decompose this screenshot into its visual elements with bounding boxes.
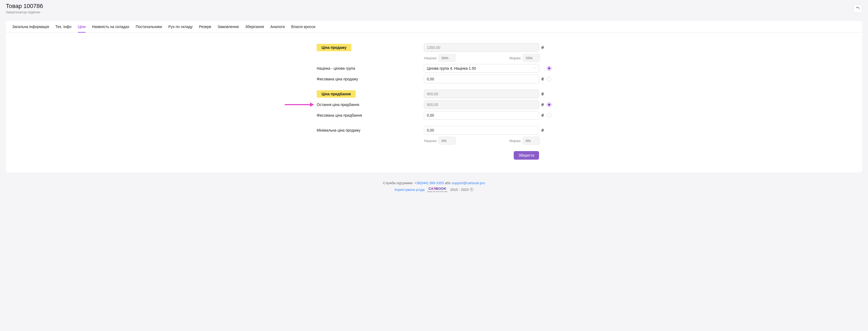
label-fixed-sale: Фіксована ціна продажу	[317, 77, 421, 81]
sale-price-input[interactable]	[424, 43, 539, 52]
tab-own-cross[interactable]: Власні кросси	[291, 21, 315, 33]
field-fixed-purchase: ₴	[424, 111, 551, 119]
markup-group-select[interactable]: Цінова група 4, Націнка 1.50	[424, 64, 539, 73]
tab-reserve[interactable]: Резерв	[199, 21, 211, 33]
markup-label: Націнка	[424, 56, 436, 60]
footer-phone-link[interactable]: +38(044) 389-3355	[414, 181, 444, 185]
row-min-markup-margin: Націнка Маржа	[317, 137, 551, 145]
currency-symbol: ₴	[541, 45, 545, 50]
highlight-purchase-price: Ціна придбання	[317, 90, 355, 98]
row-fixed-sale: Фіксована ціна продажу ₴	[317, 75, 551, 83]
min-margin-input[interactable]	[523, 137, 540, 145]
main-card: Загальна інформація Тех. інфо Ціни Наявн…	[6, 21, 862, 172]
markup-group-value: Цінова група 4, Націнка 1.50	[427, 66, 476, 71]
currency-symbol: ₴	[541, 103, 545, 107]
footer-email-link[interactable]: support@carbook.pro	[452, 181, 485, 185]
form-area: Ціна продажу ₴ Націнка Маржа	[6, 33, 862, 172]
currency-symbol: ₴	[541, 113, 545, 117]
header-left: Товар 100786 Амортизатор підвіски	[6, 3, 43, 14]
field-min-sale: ₴	[424, 126, 551, 135]
tab-analogs[interactable]: Аналоги	[270, 21, 285, 33]
label-sale-price: Ціна продажу	[317, 44, 421, 51]
label-fixed-purchase: Фіксована ціна придбання	[317, 113, 421, 117]
fixed-purchase-radio[interactable]	[547, 113, 551, 117]
footer-agreement-link[interactable]: Користувача угода	[395, 188, 425, 192]
margin-label: Маржа	[509, 56, 520, 60]
margin-input[interactable]	[523, 54, 540, 62]
label-markup-group: Націнка - цінова група	[317, 66, 421, 71]
footer-logo: CARBOOK cause we love the cars	[427, 187, 447, 192]
label-last-purchase: Остання ціна придбання	[317, 103, 421, 107]
min-margin-label: Маржа	[509, 139, 520, 143]
min-sale-input[interactable]	[424, 126, 539, 135]
field-fixed-sale: ₴	[424, 75, 551, 83]
row-markup-group: Націнка - цінова група Цінова група 4, Н…	[317, 64, 551, 73]
row-save: Зберегти	[317, 147, 551, 160]
label-min-sale: Мінімальна ціна продажу	[317, 128, 421, 132]
footer: Служба підтримки: +38(044) 389-3355 або …	[0, 178, 868, 198]
tab-orders[interactable]: Замовлення	[218, 21, 239, 33]
page-header: Товар 100786 Амортизатор підвіски	[0, 0, 868, 17]
field-last-purchase: ₴	[424, 100, 551, 109]
tab-suppliers[interactable]: Постачальники	[136, 21, 162, 33]
currency-symbol: ₴	[541, 77, 545, 81]
field-markup-margin: Націнка Маржа	[424, 54, 551, 62]
fixed-sale-input[interactable]	[424, 75, 539, 83]
registered-icon: ®	[470, 188, 473, 191]
field-sale-price: ₴	[424, 43, 551, 52]
row-purchase-price: Ціна придбання ₴	[317, 90, 551, 98]
tab-tech-info[interactable]: Тех. інфо	[56, 21, 71, 33]
footer-years: 2015 - 2023	[450, 188, 468, 192]
highlight-sale-price: Ціна продажу	[317, 44, 351, 51]
back-button[interactable]	[854, 4, 862, 13]
tab-stock[interactable]: Наявність на складах	[92, 21, 129, 33]
svg-marker-1	[310, 103, 314, 107]
currency-symbol: ₴	[541, 128, 545, 132]
fixed-purchase-input[interactable]	[424, 111, 539, 119]
currency-symbol: ₴	[541, 92, 545, 96]
row-sale-price: Ціна продажу ₴	[317, 43, 551, 52]
save-button[interactable]: Зберегти	[514, 151, 539, 160]
footer-support: Служба підтримки: +38(044) 389-3355 або …	[0, 181, 868, 185]
field-min-markup-margin: Націнка Маржа	[424, 137, 551, 145]
last-purchase-radio[interactable]	[547, 103, 551, 107]
page-subtitle: Амортизатор підвіски	[6, 10, 43, 14]
markup-input[interactable]	[438, 54, 456, 62]
label-purchase-price: Ціна придбання	[317, 90, 421, 98]
min-markup-label: Націнка	[424, 139, 436, 143]
sub-row-markup: Націнка Маржа	[424, 54, 540, 62]
row-min-sale: Мінімальна ціна продажу ₴	[317, 126, 551, 135]
tab-movement[interactable]: Рух по складу	[168, 21, 193, 33]
form-inner: Ціна продажу ₴ Націнка Маржа	[317, 43, 551, 162]
markup-group-radio[interactable]	[547, 66, 551, 71]
row-fixed-purchase: Фіксована ціна придбання ₴	[317, 111, 551, 119]
field-markup-group: Цінова група 4, Націнка 1.50	[424, 64, 551, 73]
chevron-down-icon	[533, 66, 536, 71]
field-save: Зберегти	[424, 151, 551, 160]
sub-row-min-markup: Націнка Маржа	[424, 137, 540, 145]
page-title: Товар 100786	[6, 3, 43, 9]
fixed-sale-radio[interactable]	[547, 77, 551, 81]
tab-general-info[interactable]: Загальна інформація	[12, 21, 49, 33]
tab-storage[interactable]: Зберігання	[245, 21, 264, 33]
footer-bottom: Користувача угода CARBOOK cause we love …	[0, 187, 868, 192]
annotation-arrow-icon	[285, 102, 314, 107]
purchase-price-input[interactable]	[424, 90, 539, 98]
field-purchase-price: ₴	[424, 90, 551, 98]
row-last-purchase: Остання ціна придбання ₴	[317, 100, 551, 109]
min-markup-input[interactable]	[438, 137, 456, 145]
last-purchase-input[interactable]	[424, 100, 539, 109]
return-icon	[856, 6, 860, 11]
tab-prices[interactable]: Ціни	[78, 21, 86, 33]
tabs: Загальна інформація Тех. інфо Ціни Наявн…	[6, 21, 862, 33]
row-markup-margin: Націнка Маржа	[317, 54, 551, 62]
